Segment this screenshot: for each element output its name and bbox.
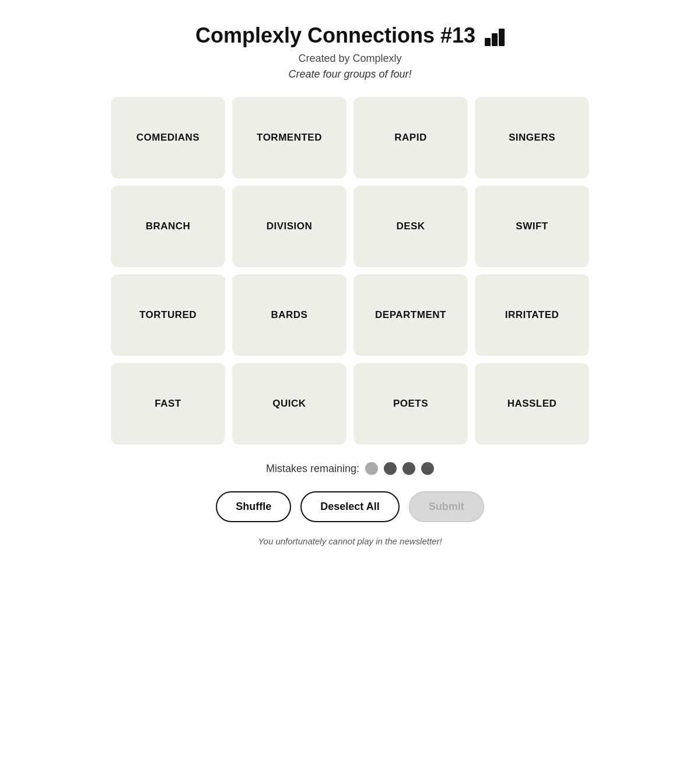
grid-cell-12[interactable]: FAST [111,363,225,445]
mistakes-label: Mistakes remaining: [266,463,359,475]
grid-cell-label-6: DESK [396,221,425,232]
grid-cell-8[interactable]: TORTURED [111,274,225,356]
grid-cell-7[interactable]: SWIFT [475,186,589,267]
main-container: Complexly Connections #13 Created by Com… [111,23,589,546]
grid-cell-13[interactable]: QUICK [232,363,346,445]
grid-cell-label-13: QUICK [272,398,306,410]
grid-cell-label-14: POETS [393,398,428,410]
shuffle-button[interactable]: Shuffle [216,491,291,522]
deselect-all-button[interactable]: Deselect All [300,491,399,522]
grid-cell-4[interactable]: BRANCH [111,186,225,267]
grid-cell-15[interactable]: HASSLED [475,363,589,445]
footer-note: You unfortunately cannot play in the new… [258,536,442,546]
grid-cell-label-2: RAPID [394,132,426,144]
submit-button: Submit [409,491,484,522]
mistake-dot-2 [384,462,397,475]
grid-cell-label-7: SWIFT [516,221,548,232]
subtitle: Created by Complexly [298,53,401,65]
grid-cell-0[interactable]: COMEDIANS [111,97,225,179]
header-row: Complexly Connections #13 [111,23,589,48]
buttons-row: Shuffle Deselect All Submit [216,491,484,522]
grid-cell-3[interactable]: SINGERS [475,97,589,179]
mistake-dot-1 [365,462,378,475]
grid-cell-label-5: DIVISION [267,221,313,232]
grid-cell-label-3: SINGERS [509,132,555,144]
grid-cell-2[interactable]: RAPID [354,97,468,179]
grid-cell-10[interactable]: DEPARTMENT [354,274,468,356]
grid-cell-label-12: FAST [155,398,181,410]
page-title: Complexly Connections #13 [195,23,475,48]
word-grid: COMEDIANSTORMENTEDRAPIDSINGERSBRANCHDIVI… [111,97,589,445]
grid-cell-label-4: BRANCH [146,221,191,232]
grid-cell-label-1: TORMENTED [257,132,322,144]
grid-cell-label-11: IRRITATED [505,309,559,321]
grid-cell-label-0: COMEDIANS [136,132,200,144]
mistakes-row: Mistakes remaining: [266,462,434,475]
grid-cell-9[interactable]: BARDS [232,274,346,356]
grid-cell-label-10: DEPARTMENT [375,309,446,321]
grid-cell-1[interactable]: TORMENTED [232,97,346,179]
grid-cell-label-9: BARDS [271,309,308,321]
tagline: Create four groups of four! [288,68,411,81]
stats-icon[interactable] [485,25,505,46]
grid-cell-6[interactable]: DESK [354,186,468,267]
grid-cell-label-15: HASSLED [508,398,557,410]
grid-cell-5[interactable]: DIVISION [232,186,346,267]
grid-cell-14[interactable]: POETS [354,363,468,445]
mistake-dot-3 [402,462,415,475]
grid-cell-11[interactable]: IRRITATED [475,274,589,356]
grid-cell-label-8: TORTURED [139,309,197,321]
mistake-dot-4 [421,462,434,475]
